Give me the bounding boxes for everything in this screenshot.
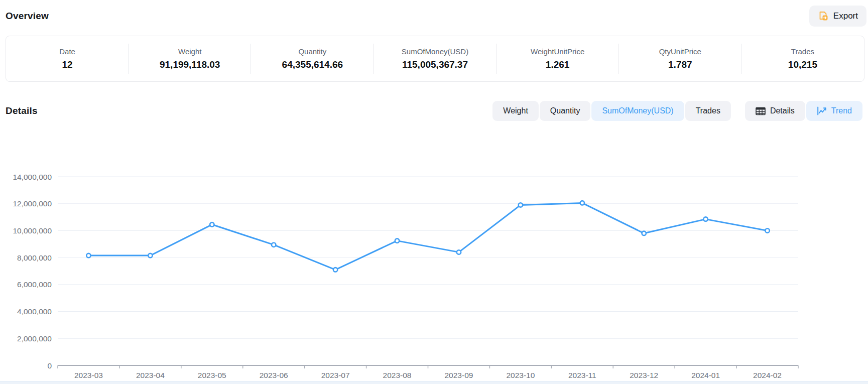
data-point-2023-11[interactable] (580, 201, 584, 205)
stat-value: 1.787 (668, 59, 692, 70)
data-point-2023-10[interactable] (519, 203, 523, 207)
view-tab-trend[interactable]: Trend (806, 101, 862, 121)
data-point-2024-01[interactable] (703, 217, 707, 221)
tab-weight[interactable]: Weight (492, 101, 539, 121)
tab-sumofmoney-usd[interactable]: SumOfMoney(USD) (591, 101, 684, 121)
line-chart-icon (817, 106, 827, 115)
stat-value: 10,215 (788, 59, 817, 70)
x-tick-label: 2023-08 (383, 371, 412, 379)
stat-label: QtyUnitPrice (659, 47, 701, 56)
x-tick-label: 2023-03 (74, 371, 103, 379)
metric-tabs: WeightQuantitySumOfMoney(USD)Trades (492, 101, 731, 121)
stat-value: 115,005,367.37 (402, 59, 468, 70)
details-title: Details (6, 105, 38, 116)
y-tick-label: 12,000,000 (13, 199, 52, 208)
view-tab-label: Details (770, 106, 795, 115)
y-tick-label: 8,000,000 (17, 253, 52, 262)
y-tick-label: 2,000,000 (17, 334, 52, 343)
y-tick-label: 4,000,000 (17, 307, 52, 316)
x-tick-label: 2023-04 (136, 371, 165, 379)
data-point-2023-05[interactable] (210, 222, 214, 226)
data-point-2023-12[interactable] (642, 231, 646, 235)
stat-value: 1.261 (546, 59, 570, 70)
stat-label: Date (59, 47, 75, 56)
x-tick-label: 2023-12 (630, 371, 658, 379)
y-tick-label: 14,000,000 (13, 173, 52, 181)
x-tick-label: 2023-07 (321, 371, 350, 379)
table-icon (756, 107, 766, 115)
trend-line-chart[interactable]: 02,000,0004,000,0006,000,0008,000,00010,… (0, 141, 868, 381)
stat-label: Quantity (298, 47, 326, 56)
x-tick-label: 2023-11 (568, 371, 596, 379)
data-point-2023-08[interactable] (395, 238, 399, 242)
bottom-divider (0, 381, 868, 384)
data-point-2023-07[interactable] (333, 268, 337, 272)
overview-title: Overview (6, 11, 49, 22)
stat-value: 91,199,118.03 (160, 59, 220, 70)
x-tick-label: 2023-05 (198, 371, 226, 379)
tab-groups: WeightQuantitySumOfMoney(USD)Trades Deta… (492, 101, 862, 121)
view-tab-label: Trend (831, 106, 852, 115)
x-tick-label: 2023-06 (260, 371, 288, 379)
y-tick-label: 0 (47, 361, 52, 370)
stat-label: Trades (791, 47, 814, 56)
tab-label: Quantity (550, 106, 580, 115)
view-tab-details[interactable]: Details (745, 101, 805, 121)
data-point-2024-02[interactable] (765, 228, 769, 232)
overview-stats-card: Date12Weight91,199,118.03Quantity64,355,… (6, 36, 864, 82)
stat-value: 64,355,614.66 (282, 59, 343, 70)
data-point-2023-09[interactable] (457, 250, 461, 254)
y-tick-label: 10,000,000 (13, 226, 52, 235)
stat-label: WeightUnitPrice (531, 47, 584, 56)
stat-label: Weight (178, 47, 201, 56)
details-row: Details WeightQuantitySumOfMoney(USD)Tra… (6, 99, 862, 122)
stat-sumofmoney-usd: SumOfMoney(USD)115,005,367.37 (374, 36, 496, 81)
view-tabs: DetailsTrend (745, 101, 862, 121)
tab-label: Trades (696, 106, 720, 115)
x-tick-label: 2024-01 (691, 371, 720, 379)
x-tick-label: 2023-10 (506, 371, 535, 379)
data-point-2023-04[interactable] (148, 253, 152, 258)
tab-quantity[interactable]: Quantity (540, 101, 591, 121)
data-point-2023-06[interactable] (272, 242, 276, 246)
tab-label: SumOfMoney(USD) (602, 106, 673, 115)
tab-trades[interactable]: Trades (685, 101, 731, 121)
stat-trades: Trades10,215 (741, 36, 864, 81)
stat-weightunitprice: WeightUnitPrice1.261 (497, 36, 619, 81)
export-button[interactable]: Export (809, 6, 866, 27)
stat-qtyunitprice: QtyUnitPrice1.787 (619, 36, 741, 81)
trend-line (89, 203, 768, 270)
stat-value: 12 (62, 59, 73, 70)
y-tick-label: 6,000,000 (17, 280, 52, 289)
topbar: Overview Export (6, 5, 866, 27)
data-point-2023-03[interactable] (86, 253, 90, 258)
tab-label: Weight (503, 106, 528, 115)
stat-label: SumOfMoney(USD) (402, 47, 468, 56)
x-tick-label: 2024-02 (753, 371, 782, 379)
stat-quantity: Quantity64,355,614.66 (251, 36, 374, 81)
stat-date: Date12 (6, 36, 129, 81)
export-label: Export (833, 11, 858, 21)
export-icon (818, 11, 829, 22)
stat-weight: Weight91,199,118.03 (129, 36, 251, 81)
x-tick-label: 2023-09 (445, 371, 473, 379)
